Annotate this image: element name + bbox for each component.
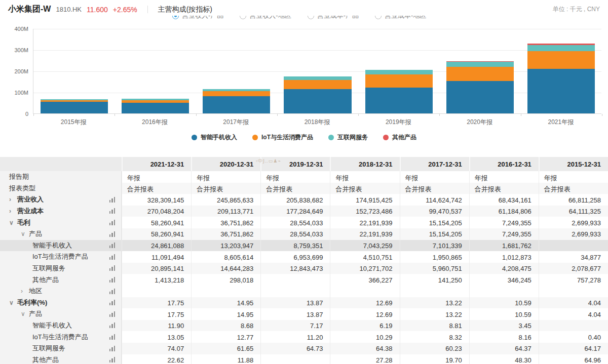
row-label[interactable]: 互联网服务 — [0, 263, 122, 274]
table-row[interactable]: IoT与生活消费产品 13.0512.7711.2010.298.328.160… — [0, 331, 608, 343]
bar-segment[interactable] — [203, 91, 270, 96]
radio-revenue-by-region[interactable]: 营业收入-地区 — [240, 16, 291, 20]
expand-arrow-icon[interactable]: › — [21, 288, 26, 294]
legend-item[interactable]: 智能手机收入 — [192, 133, 237, 142]
row-label[interactable]: 报告期 — [0, 171, 122, 183]
legend-item[interactable]: IoT与生活消费产品 — [252, 133, 313, 142]
bar-segment[interactable] — [446, 81, 514, 113]
row-label[interactable]: ∨ 毛利率(%) — [0, 297, 122, 309]
stacked-bar[interactable] — [203, 89, 270, 113]
bar-chart-icon[interactable] — [109, 289, 116, 294]
table-row[interactable]: 其他产品 1,413,218298,018366,227141,250346,2… — [0, 274, 608, 286]
radio-cost-by-product[interactable]: 营业成本-产品 — [308, 16, 359, 20]
table-row[interactable]: ∨ 产品 17.7514.9513.8712.6913.2210.594.04 — [0, 308, 608, 320]
expand-arrow-icon[interactable]: ∨ — [9, 300, 15, 306]
table-row[interactable]: 报告期 年报年报年报年报年报年报年报 — [0, 171, 608, 183]
bar-segment[interactable] — [41, 102, 108, 113]
bar-chart-icon[interactable] — [109, 357, 116, 362]
radio-revenue-by-product[interactable]: 营业收入-产品 — [172, 16, 223, 20]
stacked-bar[interactable] — [527, 44, 595, 113]
vertical-divider — [147, 6, 148, 13]
table-row[interactable]: › 营业收入 328,309,145245,865,633205,838,682… — [0, 194, 608, 206]
bar-chart-icon[interactable] — [109, 197, 116, 203]
row-label[interactable]: IoT与生活消费产品 — [0, 251, 122, 263]
table-cell: 24,861,088 — [122, 240, 191, 252]
table-cell: 48.30 — [469, 354, 539, 364]
radio-cost-by-region[interactable]: 营业成本-地区 — [375, 16, 426, 20]
row-label[interactable]: › 营业收入 — [0, 194, 122, 206]
bar-chart-icon[interactable] — [109, 311, 116, 317]
bar-segment[interactable] — [527, 69, 595, 113]
row-label[interactable]: ∨ 产品 — [0, 228, 122, 240]
bar-chart-icon[interactable] — [109, 322, 116, 328]
table-cell: 10.59 — [469, 297, 539, 309]
row-label[interactable]: › 地区 — [0, 286, 122, 297]
row-label[interactable]: 其他产品 — [0, 354, 122, 364]
bar-chart-icon[interactable] — [109, 231, 116, 237]
legend-label: 其他产品 — [392, 133, 416, 142]
bar-chart-icon[interactable] — [109, 277, 116, 282]
table-row[interactable]: 互联网服务 74.0761.6564.7364.3860.2364.3764.1… — [0, 343, 608, 354]
table-row[interactable]: 智能手机收入 24,861,08813,203,9478,759,3517,04… — [0, 240, 608, 252]
bar-chart-icon[interactable] — [109, 300, 116, 305]
row-label[interactable]: 报表类型 — [0, 183, 122, 194]
bar-segment[interactable] — [365, 88, 433, 113]
bar-chart-icon[interactable] — [109, 242, 116, 248]
table-cell: 346,245 — [469, 274, 539, 286]
table-row[interactable]: 互联网服务 20,895,14114,644,28312,843,47310,2… — [0, 263, 608, 274]
bar-chart-icon[interactable] — [109, 220, 116, 225]
expand-arrow-icon[interactable]: › — [9, 208, 15, 214]
bar-segment[interactable] — [527, 45, 595, 51]
legend-dot-icon — [192, 135, 197, 140]
bar-segment[interactable] — [446, 67, 514, 81]
bar-chart-icon[interactable] — [109, 346, 116, 351]
expand-arrow-icon[interactable]: ∨ — [9, 220, 15, 226]
bar-chart-icon[interactable] — [109, 334, 116, 340]
row-label-text: 其他产品 — [32, 355, 59, 364]
row-label[interactable]: ∨ 产品 — [0, 308, 122, 320]
bar-segment[interactable] — [284, 80, 351, 89]
bar-segment[interactable] — [365, 70, 433, 74]
stacked-bar[interactable] — [122, 99, 189, 113]
bar-segment[interactable] — [203, 96, 270, 113]
row-label[interactable]: 智能手机收入 — [0, 320, 122, 332]
bar-segment[interactable] — [527, 51, 595, 69]
table-row[interactable]: › 地区 — [0, 286, 608, 297]
row-label[interactable]: IoT与生活消费产品 — [0, 331, 122, 343]
row-label[interactable]: ∨ 毛利 — [0, 217, 122, 228]
table-cell: 64.37 — [469, 343, 539, 354]
bar-segment[interactable] — [284, 76, 351, 80]
table-row[interactable]: › 营业成本 270,048,204209,113,771177,284,649… — [0, 206, 608, 217]
row-label[interactable]: 其他产品 — [0, 274, 122, 286]
table-row[interactable]: ∨ 毛利率(%) 17.7514.9513.8712.6913.2210.594… — [0, 297, 608, 309]
table-row[interactable]: 报表类型 合并报表合并报表合并报表合并报表合并报表合并报表合并报表 — [0, 183, 608, 194]
bar-chart-icon[interactable] — [109, 265, 116, 271]
stacked-bar[interactable] — [284, 76, 351, 113]
legend-item[interactable]: 其他产品 — [383, 133, 416, 142]
bar-chart-icon[interactable] — [109, 254, 116, 260]
bar-segment[interactable] — [446, 62, 514, 67]
table-row[interactable]: 智能手机收入 11.908.687.176.198.813.45 — [0, 320, 608, 332]
table-row[interactable]: ∨ 产品 58,260,94136,751,86228,554,03322,19… — [0, 228, 608, 240]
expand-arrow-icon[interactable]: ∨ — [21, 311, 26, 317]
row-label-text: 营业成本 — [17, 207, 44, 216]
table-row[interactable]: 其他产品 22.6211.8827.2819.7048.3064.96 — [0, 354, 608, 364]
row-label[interactable]: › 营业成本 — [0, 206, 122, 217]
table-row[interactable]: IoT与生活消费产品 11,091,4948,605,6146,953,6994… — [0, 251, 608, 263]
row-label-text: 产品 — [29, 229, 42, 238]
expand-arrow-icon[interactable]: › — [9, 196, 15, 203]
bar-segment[interactable] — [365, 74, 433, 88]
expand-arrow-icon[interactable]: ∨ — [21, 231, 26, 237]
legend-item[interactable]: 互联网服务 — [328, 133, 368, 142]
stacked-bar[interactable] — [446, 61, 514, 113]
stacked-bar[interactable] — [41, 99, 108, 113]
stacked-bar[interactable] — [365, 70, 433, 113]
row-label[interactable]: 智能手机收入 — [0, 240, 122, 252]
bar-segment[interactable] — [284, 89, 351, 113]
table-cell: 17.75 — [122, 297, 191, 309]
table-cell: 74.07 — [122, 343, 191, 354]
bar-segment[interactable] — [122, 103, 189, 113]
row-label[interactable]: 互联网服务 — [0, 343, 122, 354]
bar-chart-icon[interactable] — [109, 208, 116, 214]
table-row[interactable]: ∨ 毛利 58,260,94136,751,86228,554,03322,19… — [0, 217, 608, 228]
